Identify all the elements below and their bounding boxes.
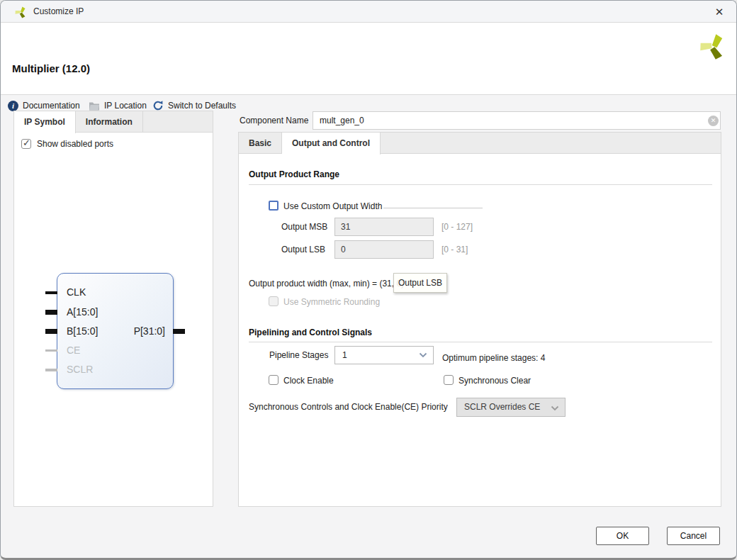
ip-location-label: IP Location [104,101,147,111]
priority-select[interactable]: SCLR Overrides CE [456,398,566,417]
output-msb-input[interactable] [334,218,434,236]
switch-to-defaults-label: Switch to Defaults [168,101,236,111]
refresh-icon [152,100,164,111]
ok-button[interactable]: OK [596,527,649,545]
chevron-down-icon [419,352,427,358]
xilinx-logo-icon [15,6,28,18]
title-bar: Customize IP ✕ [1,1,736,23]
page-title: Multiplier (12.0) [12,62,90,74]
port-clk: CLK [67,286,86,298]
header-separator [1,94,736,95]
config-tabbar: Basic Output and Control [239,133,721,154]
xilinx-logo [699,32,728,60]
port-a: A[15:0] [67,306,98,318]
output-product-range-title: Output Product Range [249,169,339,179]
ip-symbol-panel: IP Symbol Information ✓ Show disabled po… [13,111,213,507]
pipeline-stages-value: 1 [342,350,347,360]
config-content: Output Product Range Use Custom Output W… [239,154,721,506]
config-panel: Basic Output and Control Output Product … [238,132,721,507]
pipeline-stages-select[interactable]: 1 [334,346,434,364]
output-msb-label: Output MSB [281,218,327,236]
a-port-stub [45,310,57,315]
decorative-rule [383,208,483,208]
port-sclr: SCLR [67,364,93,375]
component-name-label: Component Name [240,111,308,130]
ip-symbol-diagram: CLK A[15:0] B[15:0] CE SCLR P[31:0] [57,273,174,389]
customize-ip-dialog: Customize IP ✕ Multiplier (12.0) i Docum… [0,0,737,560]
sclr-port-stub [45,369,57,371]
output-lsb-label: Output LSB [281,240,325,259]
tab-basic[interactable]: Basic [239,133,282,154]
tab-output-and-control[interactable]: Output and Control [282,133,381,155]
checkmark: ✓ [23,138,30,148]
synchronous-clear-label: Synchronous Clear [458,376,531,386]
show-disabled-ports-label: Show disabled ports [37,139,113,150]
use-symmetric-rounding-label: Use Symmetric Rounding [283,297,380,308]
ce-port-stub [45,349,57,352]
port-ce: CE [67,345,80,356]
port-b: B[15:0] [67,325,98,337]
pipelining-title: Pipelining and Control Signals [249,327,372,337]
chevron-down-icon [551,405,559,411]
use-symmetric-rounding-checkbox[interactable] [269,296,279,306]
tab-ip-symbol[interactable]: IP Symbol [14,111,76,133]
tab-information[interactable]: Information [76,111,143,133]
output-msb-range: [0 - 127] [441,218,473,236]
documentation-label: Documentation [23,101,80,111]
show-disabled-ports-checkbox[interactable]: ✓ [21,139,31,149]
product-width-text: Output product width (max, min) = (31, 0… [249,279,404,289]
use-custom-output-width-label: Use Custom Output Width [283,201,382,212]
priority-value: SCLR Overrides CE [464,402,540,412]
p-port-stub [173,329,185,334]
dialog-header: Multiplier (12.0) i Documentation IP Loc… [1,23,736,95]
priority-label: Synchronous Controls and Clock Enable(CE… [249,398,448,417]
window-title: Customize IP [33,1,84,23]
clock-enable-checkbox[interactable] [269,375,279,385]
use-custom-output-width-checkbox[interactable] [269,201,279,211]
pipeline-stages-label: Pipeline Stages [269,346,328,364]
component-name-input[interactable] [313,111,721,130]
left-tabbar: IP Symbol Information [14,111,213,133]
synchronous-clear-checkbox[interactable] [444,375,454,385]
clk-port-stub [45,291,57,294]
optimum-pipeline-text: Optimum pipeline stages: 4 [442,349,545,367]
section-rule-2 [249,342,712,342]
close-icon[interactable]: ✕ [708,1,731,23]
output-lsb-input[interactable] [334,240,434,259]
b-port-stub [45,329,57,334]
output-lsb-range: [0 - 31] [441,240,468,259]
clock-enable-label: Clock Enable [283,376,334,386]
info-icon: i [8,101,18,111]
folder-icon [89,101,100,111]
cancel-button[interactable]: Cancel [667,527,720,545]
output-lsb-tooltip: Output LSB [393,273,447,293]
clear-input-icon[interactable]: ✕ [708,116,719,126]
port-p: P[31:0] [134,325,165,337]
section-rule [249,184,712,185]
